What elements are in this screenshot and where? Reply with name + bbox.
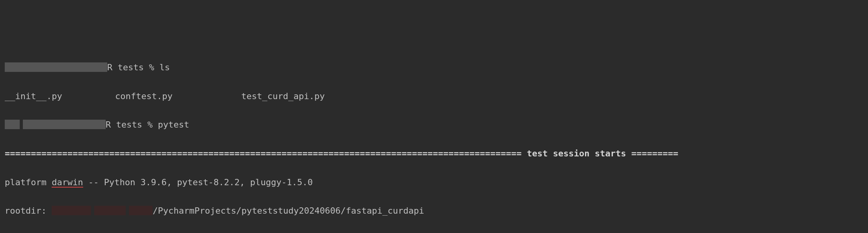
- session-title: test session starts: [522, 148, 631, 158]
- redacted-rootdir-1: [52, 206, 91, 215]
- ls-file-3: test_curd_api.py: [241, 89, 325, 103]
- rootdir-label: rootdir:: [5, 206, 52, 216]
- redacted-user-host-1: [5, 62, 107, 72]
- ls-output: __init__.pyconftest.pytest_curd_api.py: [5, 89, 863, 103]
- equals-right: =========: [631, 148, 678, 158]
- ls-file-1: __init__.py: [5, 89, 115, 103]
- redacted-2a: [5, 120, 20, 129]
- redacted-2b: [23, 120, 106, 129]
- prompt-1-text: R tests % ls: [107, 62, 170, 72]
- redacted-rootdir-2: [94, 206, 126, 215]
- platform-rest: -- Python 3.9.6, pytest-8.2.2, pluggy-1.…: [83, 177, 313, 187]
- platform-prefix: platform: [5, 177, 52, 187]
- ls-file-2: conftest.py: [115, 89, 241, 103]
- prompt-2-text: R tests % pytest: [106, 120, 189, 130]
- rootdir-path: /PycharmProjects/pyteststudy20240606/fas…: [153, 206, 424, 216]
- equals-left: ========================================…: [5, 148, 522, 158]
- platform-darwin: darwin: [52, 178, 83, 188]
- prompt-line-2: R tests % pytest: [5, 118, 863, 132]
- session-header: ========================================…: [5, 147, 863, 161]
- prompt-line-1: R tests % ls: [5, 60, 863, 75]
- rootdir-line: rootdir: /PycharmProjects/pyteststudy202…: [5, 204, 863, 218]
- redacted-rootdir-3: [129, 206, 153, 215]
- platform-line: platform darwin -- Python 3.9.6, pytest-…: [5, 175, 863, 190]
